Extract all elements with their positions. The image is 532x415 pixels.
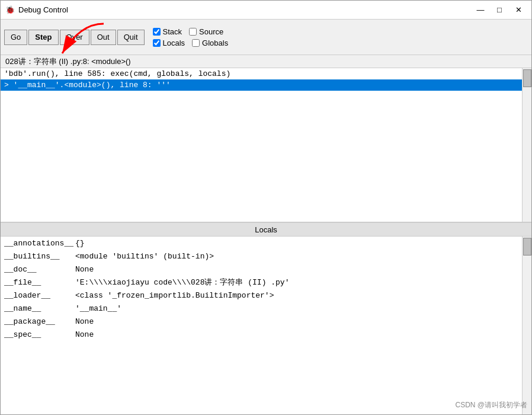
locals-table: __annotations__ {} __builtins__ <module … xyxy=(1,237,522,414)
close-button[interactable]: ✕ xyxy=(510,4,527,16)
toolbar: Go Step Over Out Quit Stack Source Lo xyxy=(1,20,531,55)
locals-row-builtins: __builtins__ <module 'builtins' (built-i… xyxy=(1,250,522,263)
locals-scrollbar-thumb[interactable] xyxy=(523,238,531,256)
quit-button[interactable]: Quit xyxy=(117,30,145,45)
locals-key-7: __spec__ xyxy=(4,330,75,339)
locals-row-file: __file__ 'E:\\\\xiaojiayu code\\\\028讲：字… xyxy=(1,276,522,289)
stack-panel: 'bdb'.run(), line 585: exec(cmd, globals… xyxy=(1,68,531,222)
step-button[interactable]: Step xyxy=(28,30,58,45)
status-text: 028讲：字符串 (II) .py:8: <module>() xyxy=(5,56,131,67)
locals-value-6: None xyxy=(75,317,518,326)
locals-value-2: None xyxy=(75,265,518,274)
locals-key-2: __doc__ xyxy=(4,265,75,274)
debug-control-window: 🐞 Debug Control — □ ✕ Go Step Over Out Q… xyxy=(0,0,532,415)
stack-checkbox-label[interactable]: Stack xyxy=(153,27,182,36)
watermark: CSDN @请叫我初学者 xyxy=(455,400,527,410)
checkbox-row-1: Stack Source xyxy=(153,27,229,36)
locals-row-loader: __loader__ <class '_frozen_importlib.Bui… xyxy=(1,289,522,302)
source-checkbox[interactable] xyxy=(189,28,197,36)
stack-scrollbar[interactable] xyxy=(522,68,531,222)
locals-key-6: __package__ xyxy=(4,317,75,326)
stack-label: Stack xyxy=(163,27,182,36)
locals-key-4: __loader__ xyxy=(4,291,75,300)
locals-value-0: {} xyxy=(75,239,518,248)
locals-row-doc: __doc__ None xyxy=(1,263,522,276)
stack-checkbox[interactable] xyxy=(153,28,161,36)
stack-list: 'bdb'.run(), line 585: exec(cmd, globals… xyxy=(1,68,522,222)
toolbar-buttons: Go Step Over Out Quit xyxy=(4,30,145,45)
locals-label: Locals xyxy=(163,39,185,47)
window-icon: 🐞 xyxy=(5,5,15,15)
locals-row-spec: __spec__ None xyxy=(1,328,522,341)
locals-key-5: __name__ xyxy=(4,304,75,313)
locals-value-1: <module 'builtins' (built-in)> xyxy=(75,252,518,261)
globals-checkbox[interactable] xyxy=(192,39,200,47)
locals-key-0: __annotations__ xyxy=(4,239,75,248)
locals-key-1: __builtins__ xyxy=(4,252,75,261)
locals-divider: Locals xyxy=(1,222,531,237)
window-title: Debug Control xyxy=(18,5,68,14)
title-bar-left: 🐞 Debug Control xyxy=(5,5,68,15)
locals-value-3: 'E:\\\\xiaojiayu code\\\\028讲：字符串 (II) .… xyxy=(75,277,518,288)
minimize-button[interactable]: — xyxy=(472,4,489,16)
toolbar-checkboxes: Stack Source Locals Globals xyxy=(153,27,229,47)
locals-key-3: __file__ xyxy=(4,278,75,287)
locals-value-4: <class '_frozen_importlib.BuiltinImporte… xyxy=(75,291,518,300)
locals-row-name: __name__ '__main__' xyxy=(1,302,522,315)
locals-panel: __annotations__ {} __builtins__ <module … xyxy=(1,237,531,414)
maximize-button[interactable]: □ xyxy=(491,4,508,16)
title-bar: 🐞 Debug Control — □ ✕ xyxy=(1,1,531,20)
source-label: Source xyxy=(199,27,223,36)
go-button[interactable]: Go xyxy=(4,30,27,45)
title-bar-controls: — □ ✕ xyxy=(472,4,527,16)
main-content: 'bdb'.run(), line 585: exec(cmd, globals… xyxy=(1,68,531,414)
over-button[interactable]: Over xyxy=(60,30,89,45)
status-bar: 028讲：字符串 (II) .py:8: <module>() xyxy=(1,55,531,68)
locals-row-package: __package__ None xyxy=(1,315,522,328)
stack-item-1[interactable]: > '__main__'.<module>(), line 8: ''' xyxy=(1,79,522,91)
locals-value-7: None xyxy=(75,330,518,339)
locals-checkbox[interactable] xyxy=(153,39,161,47)
globals-checkbox-label[interactable]: Globals xyxy=(192,39,228,47)
locals-value-5: '__main__' xyxy=(75,304,518,313)
out-button[interactable]: Out xyxy=(91,30,116,45)
locals-checkbox-label[interactable]: Locals xyxy=(153,39,185,47)
locals-header: Locals xyxy=(255,225,277,234)
stack-item-0[interactable]: 'bdb'.run(), line 585: exec(cmd, globals… xyxy=(1,68,522,79)
locals-scrollbar[interactable] xyxy=(522,237,531,414)
source-checkbox-label[interactable]: Source xyxy=(189,27,223,36)
globals-label: Globals xyxy=(202,39,228,47)
stack-scrollbar-thumb[interactable] xyxy=(523,69,531,87)
checkbox-row-2: Locals Globals xyxy=(153,39,229,47)
locals-row-annotations: __annotations__ {} xyxy=(1,237,522,250)
